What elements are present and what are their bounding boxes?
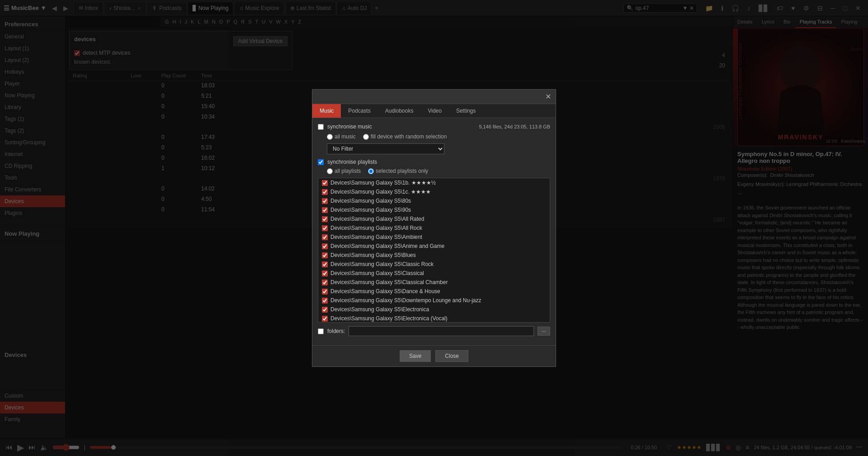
- dialog-footer: Save Close: [312, 345, 556, 366]
- sync-tab-podcasts[interactable]: Podcasts: [341, 104, 377, 118]
- list-item[interactable]: Devices\Samsung Galaxy S5\80s: [318, 196, 550, 205]
- list-item[interactable]: Devices\Samsung Galaxy S5\1c. ★★★★: [318, 187, 550, 196]
- playlist-list: Devices\Samsung Galaxy S5\1b. ★★★★½ Devi…: [318, 178, 550, 323]
- playlist-checkbox[interactable]: [322, 189, 328, 195]
- playlist-checkbox[interactable]: [322, 216, 328, 222]
- folders-row: folders: ···: [318, 326, 550, 336]
- list-item[interactable]: Devices\Samsung Galaxy S5\Classical Cham…: [318, 278, 550, 287]
- sync-file-info: 9,146 files, 24d 23:05, 113.8 GB: [479, 124, 550, 129]
- sync-music-row: synchronise music 9,146 files, 24d 23:05…: [318, 124, 550, 130]
- sync-dialog-overlay: ✕ Music Podcasts Audiobooks Video Settin…: [0, 0, 868, 456]
- all-music-option[interactable]: all music: [327, 133, 356, 140]
- fill-random-option[interactable]: fill device with random selection: [363, 133, 447, 140]
- sync-tab-music[interactable]: Music: [312, 104, 341, 118]
- playlist-checkbox[interactable]: [322, 243, 328, 249]
- sync-content: synchronise music 9,146 files, 24d 23:05…: [312, 118, 556, 345]
- sync-playlists-checkbox[interactable]: [318, 159, 324, 165]
- music-source-group: all music fill device with random select…: [327, 133, 550, 140]
- playlist-checkbox[interactable]: [322, 289, 328, 294]
- playlist-checkbox[interactable]: [322, 198, 328, 204]
- folders-label: folders:: [327, 328, 345, 334]
- playlist-checkbox[interactable]: [322, 316, 328, 322]
- sync-music-label: synchronise music: [327, 124, 372, 130]
- playlist-checkbox[interactable]: [322, 271, 328, 276]
- list-item[interactable]: Devices\Samsung Galaxy S5\90s: [318, 205, 550, 214]
- playlist-checkbox[interactable]: [322, 307, 328, 313]
- sync-music-checkbox[interactable]: [318, 124, 324, 130]
- folders-input[interactable]: [349, 326, 534, 336]
- selected-playlists-option[interactable]: selected playlists only: [368, 168, 428, 174]
- list-item[interactable]: Devices\Samsung Galaxy S5\All Rated: [318, 214, 550, 223]
- sync-tab-video[interactable]: Video: [420, 104, 448, 118]
- list-item[interactable]: Devices\Samsung Galaxy S5\All Rock: [318, 223, 550, 233]
- sync-playlists-label: synchronise playlists: [327, 159, 377, 165]
- playlist-checkbox[interactable]: [322, 261, 328, 267]
- playlist-checkbox[interactable]: [322, 207, 328, 213]
- folders-browse-button[interactable]: ···: [538, 327, 550, 336]
- list-item[interactable]: Devices\Samsung Galaxy S5\Classical: [318, 269, 550, 278]
- sync-dialog-header: ✕: [312, 90, 556, 104]
- list-item[interactable]: Devices\Samsung Galaxy S5\Blues: [318, 251, 550, 260]
- list-item[interactable]: Devices\Samsung Galaxy S5\Ambient: [318, 233, 550, 242]
- playlist-checkbox[interactable]: [322, 280, 328, 285]
- playlist-source-group: all playlists selected playlists only: [327, 168, 550, 174]
- sync-dialog: ✕ Music Podcasts Audiobooks Video Settin…: [312, 89, 556, 367]
- save-button[interactable]: Save: [400, 350, 431, 362]
- list-item[interactable]: Devices\Samsung Galaxy S5\Anime and Game: [318, 242, 550, 251]
- playlist-checkbox[interactable]: [322, 234, 328, 240]
- sync-tabs: Music Podcasts Audiobooks Video Settings: [312, 104, 556, 118]
- sync-dialog-close-button[interactable]: ✕: [545, 92, 551, 101]
- list-item[interactable]: Devices\Samsung Galaxy S5\Dance & House: [318, 287, 550, 296]
- playlist-checkbox[interactable]: [322, 298, 328, 304]
- list-item[interactable]: Devices\Samsung Galaxy S5\Electronica (V…: [318, 314, 550, 323]
- close-dialog-button[interactable]: Close: [435, 350, 468, 362]
- sync-playlists-row: synchronise playlists: [318, 159, 550, 165]
- filter-select[interactable]: No Filter: [327, 143, 444, 154]
- playlist-checkbox[interactable]: [322, 180, 328, 186]
- list-item[interactable]: Devices\Samsung Galaxy S5\Electronica: [318, 305, 550, 314]
- list-item[interactable]: Devices\Samsung Galaxy S5\Downtempo Loun…: [318, 296, 550, 305]
- all-playlists-option[interactable]: all playlists: [327, 168, 361, 174]
- playlist-checkbox[interactable]: [322, 252, 328, 258]
- folders-checkbox[interactable]: [318, 328, 324, 334]
- sync-tab-settings[interactable]: Settings: [449, 104, 483, 118]
- sync-tab-audiobooks[interactable]: Audiobooks: [378, 104, 421, 118]
- playlist-checkbox[interactable]: [322, 225, 328, 231]
- list-item[interactable]: Devices\Samsung Galaxy S5\Classic Rock: [318, 260, 550, 269]
- list-item[interactable]: Devices\Samsung Galaxy S5\1b. ★★★★½: [318, 178, 550, 187]
